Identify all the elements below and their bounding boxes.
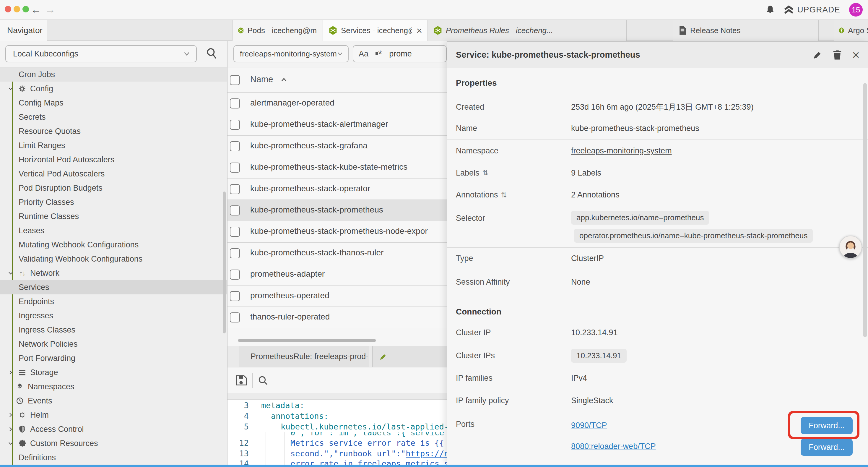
row-checkbox[interactable] bbox=[230, 313, 240, 322]
row-checkbox[interactable] bbox=[230, 205, 240, 215]
editor-tab-prometheusrule[interactable]: PrometheusRule: freeleaps-prod-rabbitmq bbox=[239, 346, 369, 367]
table-row[interactable]: kube-prometheus-stack-thanos-ruler bbox=[227, 243, 447, 264]
expand-collapse-icon[interactable]: ⇅ bbox=[501, 191, 507, 199]
sidebar-item-definitions[interactable]: Definitions bbox=[0, 450, 227, 465]
table-row[interactable]: thanos-ruler-operated bbox=[227, 307, 447, 328]
port-link-9090[interactable]: 9090/TCP bbox=[571, 421, 656, 430]
kubeconfig-select[interactable]: Local Kubeconfigs bbox=[5, 45, 197, 62]
navigator-tab[interactable]: Navigator bbox=[0, 20, 47, 41]
sidebar-search-icon[interactable] bbox=[206, 47, 217, 60]
sort-ascending-icon[interactable] bbox=[280, 77, 288, 83]
port-link-8080[interactable]: 8080:reloader-web/TCP bbox=[571, 442, 656, 451]
tab-services[interactable]: Services - icecheng@math... × bbox=[323, 20, 428, 41]
sidebar-item-limit-ranges[interactable]: Limit Ranges bbox=[0, 138, 227, 152]
table-row[interactable]: kube-prometheus-stack-alertmanager bbox=[227, 114, 447, 135]
row-checkbox[interactable] bbox=[230, 248, 240, 258]
tab-pods[interactable]: Pods - icecheng@mathmas... bbox=[232, 20, 323, 41]
sidebar-item-priority-classes[interactable]: Priority Classes bbox=[0, 195, 227, 209]
row-checkbox[interactable] bbox=[230, 98, 240, 109]
sidebar-item-services[interactable]: Services bbox=[0, 280, 227, 294]
editor-search-icon[interactable] bbox=[258, 375, 269, 386]
row-checkbox[interactable] bbox=[230, 269, 240, 280]
tab-prometheus-rules[interactable]: Prometheus Rules - icecheng... bbox=[428, 20, 627, 41]
sidebar-item-endpoints[interactable]: Endpoints bbox=[0, 294, 227, 309]
namespace-link[interactable]: freeleaps-monitoring-system bbox=[571, 146, 672, 155]
sidebar-item-ingress-classes[interactable]: Ingress Classes bbox=[0, 323, 227, 337]
sidebar-group-access-control[interactable]: Access Control bbox=[0, 422, 227, 436]
sidebar-item-cron-jobs[interactable]: Cron Jobs bbox=[0, 67, 227, 82]
sidebar-scrollbar[interactable] bbox=[223, 192, 226, 333]
table-row[interactable]: kube-prometheus-stack-operator bbox=[227, 178, 447, 200]
close-icon[interactable]: × bbox=[852, 49, 860, 61]
edit-pencil-icon[interactable] bbox=[812, 50, 823, 60]
sidebar-item-horizontal-pod-autoscalers[interactable]: Horizontal Pod Autoscalers bbox=[0, 152, 227, 167]
sidebar-item-secrets[interactable]: Secrets bbox=[0, 110, 227, 124]
notifications-bell-icon[interactable] bbox=[766, 5, 775, 15]
chevron-down-icon[interactable] bbox=[8, 86, 14, 92]
sidebar-item-runtime-classes[interactable]: Runtime Classes bbox=[0, 209, 227, 224]
table-row[interactable]: kube-prometheus-stack-prometheus-node-ex… bbox=[227, 221, 447, 242]
sidebar-item-validating-webhook-configurations[interactable]: Validating Webhook Configurations bbox=[0, 252, 227, 266]
table-row[interactable]: kube-prometheus-stack-kube-state-metrics bbox=[227, 157, 447, 178]
sidebar-group-network[interactable]: ↑↓ Network bbox=[0, 266, 227, 280]
sidebar-group-config[interactable]: Config bbox=[0, 82, 227, 96]
table-row[interactable]: prometheus-adapter bbox=[227, 264, 447, 285]
forward-arrow-icon: → bbox=[45, 3, 56, 16]
chevron-right-icon[interactable] bbox=[8, 370, 14, 375]
sidebar-group-storage[interactable]: Storage bbox=[0, 365, 227, 380]
namespace-select[interactable]: freeleaps-monitoring-system bbox=[234, 45, 349, 62]
row-checkbox[interactable] bbox=[230, 120, 240, 130]
sidebar-item-pod-disruption-budgets[interactable]: Pod Disruption Budgets bbox=[0, 181, 227, 195]
sidebar-item-vertical-pod-autoscalers[interactable]: Vertical Pod Autoscalers bbox=[0, 167, 227, 181]
window-zoom-button[interactable] bbox=[23, 6, 29, 12]
sidebar-item-namespaces[interactable]: Namespaces bbox=[0, 380, 227, 394]
sidebar-item-config-maps[interactable]: Config Maps bbox=[0, 96, 227, 110]
window-close-button[interactable] bbox=[5, 6, 11, 12]
row-checkbox[interactable] bbox=[230, 291, 240, 301]
delete-trash-icon[interactable] bbox=[833, 50, 842, 60]
tab-close-icon[interactable]: × bbox=[416, 25, 422, 35]
table-row[interactable]: prometheus-operated bbox=[227, 286, 447, 307]
sidebar-item-mutating-webhook-configurations[interactable]: Mutating Webhook Configurations bbox=[0, 238, 227, 252]
upgrade-button[interactable]: UPGRADE bbox=[784, 5, 840, 14]
window-minimize-button[interactable] bbox=[13, 6, 20, 12]
sidebar-group-helm[interactable]: Helm bbox=[0, 408, 227, 422]
row-checkbox[interactable] bbox=[230, 227, 240, 237]
table-row[interactable]: kube-prometheus-stack-grafana bbox=[227, 136, 447, 157]
horizontal-scrollbar[interactable] bbox=[238, 339, 376, 342]
notification-count-badge[interactable]: 15 bbox=[849, 3, 863, 17]
row-checkbox[interactable] bbox=[230, 184, 240, 194]
sidebar-item-ingresses[interactable]: Ingresses bbox=[0, 309, 227, 323]
back-arrow-icon[interactable]: ← bbox=[31, 3, 41, 16]
forward-button-8080[interactable]: Forward... bbox=[801, 439, 852, 456]
filter-input[interactable]: Aa * prome bbox=[353, 45, 447, 62]
sidebar-item-port-forwarding[interactable]: Port Forwarding bbox=[0, 351, 227, 365]
chevron-right-icon[interactable] bbox=[8, 412, 14, 418]
sidebar-item-leases[interactable]: Leases bbox=[0, 224, 227, 238]
table-row-selected[interactable]: kube-prometheus-stack-prometheus bbox=[227, 200, 447, 221]
name-column-header[interactable]: Name bbox=[250, 75, 273, 84]
sidebar-group-custom-resources[interactable]: Custom Resources bbox=[0, 436, 227, 450]
row-checkbox[interactable] bbox=[230, 163, 240, 173]
detail-scrollbar[interactable] bbox=[863, 83, 867, 337]
editor-tab-partial[interactable] bbox=[372, 346, 447, 367]
chevron-down-icon[interactable] bbox=[8, 270, 14, 276]
select-all-checkbox[interactable] bbox=[230, 75, 240, 85]
sidebar-item-events[interactable]: Events bbox=[0, 394, 227, 408]
tab-release-notes[interactable]: Release Notes bbox=[673, 20, 819, 41]
assistant-avatar[interactable] bbox=[839, 236, 862, 259]
yaml-editor[interactable]: 3metadata: 4annotations: 5kubectl.kubern… bbox=[227, 400, 447, 465]
table-row[interactable]: alertmanager-operated bbox=[227, 93, 447, 114]
regex-toggle[interactable]: * bbox=[375, 51, 382, 57]
sidebar-item-resource-quotas[interactable]: Resource Quotas bbox=[0, 124, 227, 138]
tab-argo[interactable]: Argo Se bbox=[834, 20, 868, 41]
save-icon[interactable] bbox=[235, 375, 247, 386]
detail-row-annotations: Annotations⇅ 2 Annotations bbox=[447, 184, 868, 206]
chevron-right-icon[interactable] bbox=[8, 426, 14, 432]
runbook-url-link[interactable]: https://net bbox=[406, 449, 447, 458]
match-case-toggle[interactable]: Aa bbox=[359, 49, 368, 59]
row-checkbox[interactable] bbox=[230, 141, 240, 151]
chevron-down-icon[interactable] bbox=[8, 440, 14, 446]
expand-collapse-icon[interactable]: ⇅ bbox=[483, 169, 488, 177]
sidebar-item-network-policies[interactable]: Network Policies bbox=[0, 337, 227, 351]
